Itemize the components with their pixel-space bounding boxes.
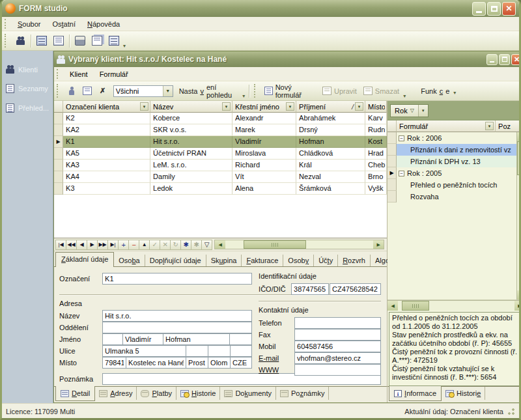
nav-prior-page-button[interactable]: ◀◀	[66, 240, 77, 250]
client-card-button[interactable]	[80, 84, 94, 98]
ulice-3-input[interactable]	[208, 345, 231, 357]
grid-row[interactable]: KA3LeM. s.r.o.RichardKrálCheb	[54, 160, 387, 171]
collapse-icon[interactable]: −	[399, 171, 404, 176]
filter-dropdown-icon[interactable]: ▼	[222, 102, 231, 111]
delete-button[interactable]: Smazat	[360, 85, 402, 97]
ico-input[interactable]	[291, 283, 329, 295]
menu-item-formular[interactable]: Formulář	[94, 68, 134, 80]
email-link-label[interactable]: E-mail	[259, 354, 279, 362]
client-delete-button[interactable]: ✗	[96, 84, 110, 98]
tree-item[interactable]: Přehled o peněžních tocích	[387, 179, 521, 191]
column-header-prijmeni[interactable]: Příjmení/▼	[296, 101, 365, 113]
column-header-misto[interactable]: Místo	[365, 101, 387, 113]
toolbar-overflow-button[interactable]: ▾	[123, 43, 126, 49]
filter-dropdown-icon[interactable]: ▼	[355, 102, 363, 111]
menu-item-ostatni[interactable]: Ostatní	[46, 18, 81, 30]
print-toolbar-button[interactable]	[72, 34, 88, 48]
nav-post-button[interactable]: ✓	[149, 240, 160, 250]
forms-toolbar-button[interactable]	[51, 34, 66, 48]
edit-button[interactable]: Upravit	[319, 85, 360, 97]
tab-dokumenty[interactable]: Dokumenty	[220, 387, 276, 400]
okres-input[interactable]	[186, 357, 208, 369]
functions-button[interactable]: Funkce	[417, 85, 453, 97]
filter-dropdown-icon[interactable]: ▼	[140, 102, 148, 111]
ulice-2-input[interactable]	[186, 345, 208, 357]
nav-first-button[interactable]: |◀	[55, 240, 66, 250]
tab-historie-right[interactable]: Historie	[442, 387, 485, 400]
sidebar-item-prehled[interactable]: Přehled...	[2, 98, 53, 118]
clients-toolbar-button[interactable]	[12, 34, 28, 48]
column-header-oznaceni-klienta[interactable]: Označení klienta▼	[63, 101, 150, 113]
tree-item[interactable]: Přiznání k DPH vz. 13	[387, 156, 521, 167]
oddeleni-input[interactable]	[102, 322, 252, 333]
grid-row[interactable]: K2KoberceAlexandrAbrahámekKarv	[54, 113, 387, 124]
tab-doplnujici-udaje[interactable]: Doplňující údaje	[145, 255, 206, 267]
client-add-button[interactable]	[64, 84, 79, 98]
tab-poznamky[interactable]: Poznámky	[276, 387, 329, 400]
scroll-left-icon[interactable]: ◀	[387, 301, 398, 311]
menu-item-klient[interactable]: Klient	[64, 68, 94, 80]
nav-edit-button[interactable]: ▲	[139, 240, 150, 250]
nav-refresh-button[interactable]: ↻	[170, 240, 181, 250]
www-input[interactable]	[294, 364, 381, 376]
toolbar-grip[interactable]	[5, 19, 9, 29]
new-form-button[interactable]: Nový formulář	[261, 81, 319, 101]
titul-input[interactable]	[102, 333, 123, 345]
nav-bookmark-goto-button[interactable]: ✱	[191, 240, 202, 250]
dropdown-arrow-icon[interactable]: ▼	[418, 105, 428, 117]
calculator-toolbar-button[interactable]	[34, 34, 49, 48]
filter-funnel-button[interactable]: ▽	[201, 240, 212, 250]
www-link-label[interactable]: WWW	[259, 366, 279, 374]
nav-bookmark-button[interactable]: ✱	[180, 240, 191, 250]
grid-row[interactable]: KA5Účetnictví PRANMiroslavaChládkováHrad	[54, 148, 387, 160]
jmeno-input[interactable]	[122, 333, 163, 345]
nazev-input[interactable]	[102, 310, 252, 322]
ulice-input[interactable]	[102, 345, 186, 357]
prijmeni-input[interactable]	[163, 333, 230, 345]
kraj-input[interactable]	[208, 357, 231, 369]
close-button[interactable]: ✕	[502, 2, 516, 16]
scrollbar-thumb[interactable]	[517, 141, 521, 175]
telefon-input[interactable]	[294, 317, 381, 329]
resize-grip[interactable]	[507, 408, 515, 415]
filter-combobox[interactable]: Všichni ▼	[113, 85, 173, 97]
scrollbar-thumb[interactable]	[244, 240, 306, 249]
tab-osoba[interactable]: Osoba	[114, 255, 145, 267]
menu-item-soubor[interactable]: Soubor	[12, 18, 46, 30]
titul-za-input[interactable]	[229, 333, 252, 345]
fax-input[interactable]	[294, 329, 381, 341]
dropdown-arrow-icon[interactable]: ▼	[163, 86, 173, 96]
tab-ucty[interactable]: Účty	[314, 255, 338, 267]
grid-row[interactable]: KA2SKR v.o.s.MarekDrsnýRudn	[54, 124, 387, 136]
tab-informace[interactable]: iInformace	[389, 386, 442, 401]
minimize-button[interactable]	[472, 2, 486, 16]
ulice-4-input[interactable]	[230, 345, 252, 357]
stat-input[interactable]	[230, 357, 252, 369]
sidebar-item-seznamy[interactable]: Seznamy	[2, 79, 53, 98]
misto-input[interactable]	[126, 357, 186, 369]
tree-group-row-current[interactable]: ▶−Rok : 2005	[387, 167, 521, 179]
grid-row[interactable]: KA4DamilyVítNezvalBrno	[54, 171, 387, 183]
scroll-right-icon[interactable]: ▶	[373, 240, 384, 249]
filter-dropdown-icon[interactable]: ▼	[485, 122, 494, 130]
tree-item-selected[interactable]: Přiznání k dani z nemovitostí vz	[387, 144, 521, 156]
tree-horizontal-scrollbar[interactable]: ◀ ▶	[387, 300, 521, 311]
tab-zakladni-udaje[interactable]: Základní údaje	[55, 252, 114, 267]
nav-delete-button[interactable]: −	[128, 240, 139, 250]
dic-input[interactable]	[330, 283, 381, 295]
tree-item[interactable]: Rozvaha	[387, 191, 521, 203]
menu-item-napoveda[interactable]: Nápověda	[81, 18, 126, 30]
nav-insert-button[interactable]: +	[118, 240, 129, 250]
grid-row-selected[interactable]: ▶K1Hit s.r.o.VladimírHofmanKost	[54, 136, 387, 148]
mobil-input[interactable]	[294, 341, 381, 352]
maximize-button[interactable]	[487, 2, 501, 16]
nav-prior-button[interactable]: ◀	[76, 240, 87, 250]
grid-horizontal-scrollbar[interactable]: ◀ ▶	[214, 240, 384, 249]
client-minimize-button[interactable]	[486, 54, 498, 65]
column-header-formular[interactable]: Formulář▼	[397, 120, 496, 132]
client-close-button[interactable]: ✕	[511, 54, 521, 65]
scroll-right-icon[interactable]: ▶	[514, 301, 521, 311]
column-header-nazev[interactable]: Název▼	[150, 101, 232, 113]
nav-last-button[interactable]: ▶|	[107, 240, 119, 250]
tab-osoby[interactable]: Osoby	[283, 255, 314, 267]
